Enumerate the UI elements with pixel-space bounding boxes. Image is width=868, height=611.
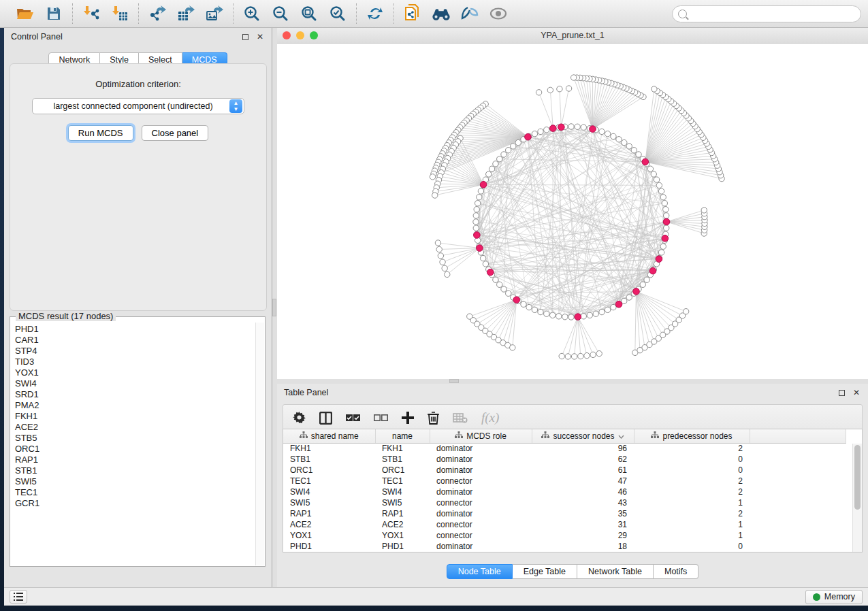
mcds-result-item[interactable]: STB5 — [15, 433, 255, 444]
table-cell[interactable]: FKH1 — [283, 443, 375, 454]
memory-button[interactable]: Memory — [805, 590, 863, 604]
table-cell[interactable]: connector — [430, 530, 532, 541]
refresh-icon[interactable] — [366, 4, 385, 23]
mcds-result-item[interactable]: PHD1 — [15, 324, 255, 335]
mcds-result-item[interactable]: RAP1 — [15, 455, 255, 465]
open-file-icon[interactable] — [16, 4, 35, 23]
table-cell[interactable]: ORC1 — [283, 465, 375, 476]
table-cell[interactable]: 1 — [634, 497, 750, 508]
delete-table-icon[interactable] — [453, 413, 468, 423]
save-session-icon[interactable] — [44, 4, 63, 23]
mcds-result-item[interactable]: STP4 — [15, 346, 255, 357]
table-cell[interactable] — [750, 443, 846, 454]
table-cell[interactable]: connector — [430, 476, 532, 486]
mcds-result-item[interactable]: ACE2 — [15, 422, 255, 433]
network-canvas[interactable] — [277, 44, 868, 378]
table-cell[interactable]: dominator — [430, 465, 532, 476]
column-header-successor-nodes[interactable]: successor nodes — [532, 429, 634, 443]
table-cell[interactable]: RAP1 — [375, 508, 430, 519]
table-cell[interactable]: PHD1 — [375, 541, 430, 552]
table-row[interactable]: YOX1YOX1connector291 — [283, 530, 846, 541]
scrollbar-thumb[interactable] — [854, 445, 861, 510]
table-cell[interactable]: YOX1 — [283, 530, 375, 541]
task-history-icon[interactable] — [10, 590, 27, 604]
tab-network-table[interactable]: Network Table — [577, 564, 654, 579]
mcds-result-item[interactable]: STB1 — [15, 465, 255, 476]
share-document-icon[interactable] — [403, 4, 422, 23]
mcds-result-scrollbar[interactable] — [255, 323, 264, 565]
table-cell[interactable]: 31 — [532, 519, 634, 530]
table-cell[interactable]: SWI4 — [375, 486, 430, 497]
close-panel-icon[interactable]: ✕ — [255, 32, 265, 42]
table-row[interactable]: RAP1RAP1dominator352 — [283, 508, 846, 519]
table-cell[interactable]: connector — [430, 519, 532, 530]
table-row[interactable]: ACE2ACE2connector311 — [283, 519, 846, 530]
column-header-predecessor-nodes[interactable]: predecessor nodes — [634, 429, 750, 443]
show-hide-eye-icon[interactable] — [489, 4, 508, 23]
table-cell[interactable]: 43 — [532, 497, 634, 508]
table-cell[interactable]: 0 — [634, 465, 750, 476]
visual-style-icon[interactable] — [460, 4, 479, 23]
import-network-icon[interactable] — [82, 4, 101, 23]
table-cell[interactable]: 47 — [532, 476, 634, 486]
splitter-handle[interactable] — [449, 379, 459, 383]
tab-node-table[interactable]: Node Table — [447, 564, 513, 579]
export-table-icon[interactable] — [176, 4, 195, 23]
network-graph[interactable] — [277, 44, 868, 378]
table-cell[interactable]: 29 — [532, 530, 634, 541]
table-row[interactable]: PHD1PHD1dominator180 — [283, 541, 846, 552]
table-cell[interactable]: dominator — [430, 508, 532, 519]
table-cell[interactable]: 2 — [634, 476, 750, 486]
table-cell[interactable] — [750, 465, 846, 476]
table-cell[interactable]: 1 — [634, 530, 750, 541]
delete-column-trash-icon[interactable] — [428, 412, 439, 425]
table-row[interactable]: TEC1TEC1connector472 — [283, 476, 846, 486]
zoom-fit-icon[interactable] — [300, 4, 319, 23]
table-cell[interactable]: 35 — [532, 508, 634, 519]
table-cell[interactable]: dominator — [430, 454, 532, 465]
tab-edge-table[interactable]: Edge Table — [513, 564, 577, 579]
table-row[interactable]: FKH1FKH1dominator962 — [283, 443, 846, 454]
zoom-out-icon[interactable] — [271, 4, 290, 23]
mcds-result-item[interactable]: GCR1 — [15, 498, 255, 509]
table-cell[interactable]: STB1 — [283, 454, 375, 465]
table-cell[interactable]: RAP1 — [283, 508, 375, 519]
table-cell[interactable]: ACE2 — [375, 519, 430, 530]
mcds-result-item[interactable]: FKH1 — [15, 411, 255, 422]
mcds-result-item[interactable]: TID3 — [15, 357, 255, 367]
table-cell[interactable] — [750, 530, 846, 541]
import-table-icon[interactable] — [110, 4, 129, 23]
table-cell[interactable]: SWI5 — [375, 497, 430, 508]
select-all-columns-icon[interactable] — [346, 414, 360, 423]
mcds-result-item[interactable]: SWI4 — [15, 378, 255, 389]
optimization-select[interactable]: largest connected component (undirected)… — [32, 98, 244, 114]
table-cell[interactable]: TEC1 — [375, 476, 430, 486]
mcds-result-item[interactable]: SRD1 — [15, 389, 255, 400]
table-cell[interactable]: 0 — [634, 454, 750, 465]
zoom-in-icon[interactable] — [242, 4, 261, 23]
column-header-empty[interactable] — [750, 429, 846, 443]
table-cell[interactable]: dominator — [430, 541, 532, 552]
table-cell[interactable]: 2 — [634, 443, 750, 454]
column-header-MCDS-role[interactable]: MCDS role — [430, 429, 532, 443]
table-row[interactable]: STB1STB1dominator620 — [283, 454, 846, 465]
export-image-icon[interactable] — [205, 4, 224, 23]
mcds-result-item[interactable]: TEC1 — [15, 487, 255, 498]
table-cell[interactable] — [750, 519, 846, 530]
table-cell[interactable] — [750, 541, 846, 552]
table-cell[interactable]: PHD1 — [283, 541, 375, 552]
deselect-all-columns-icon[interactable] — [374, 414, 388, 423]
table-cell[interactable]: 2 — [634, 486, 750, 497]
table-cell[interactable]: 46 — [532, 486, 634, 497]
function-builder-icon[interactable]: f(x) — [481, 410, 499, 425]
mcds-result-item[interactable]: SWI5 — [15, 476, 255, 487]
splitter-handle[interactable] — [272, 299, 276, 316]
search-input[interactable] — [690, 9, 855, 18]
table-cell[interactable]: 96 — [532, 443, 634, 454]
table-cell[interactable] — [750, 508, 846, 519]
run-mcds-button[interactable]: Run MCDS — [68, 125, 133, 141]
table-cell[interactable] — [750, 486, 846, 497]
zoom-selected-icon[interactable] — [328, 4, 347, 23]
mcds-result-item[interactable]: ORC1 — [15, 444, 255, 455]
table-cell[interactable] — [750, 497, 846, 508]
